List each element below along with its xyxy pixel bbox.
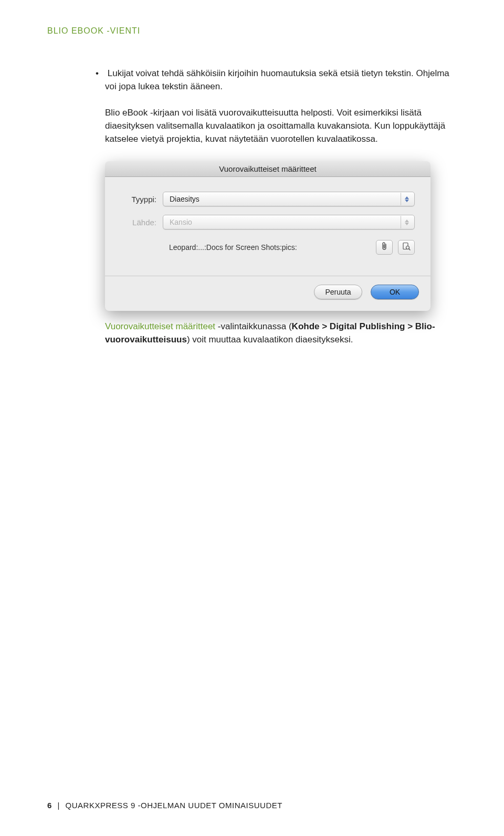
path-text: Leopard:...:Docs for Screen Shots:pics: bbox=[169, 243, 371, 252]
type-select-value: Diaesitys bbox=[170, 195, 200, 203]
interactive-attributes-dialog: Vuorovaikutteiset määritteet Tyyppi: Dia… bbox=[105, 161, 430, 311]
dialog-screenshot: Vuorovaikutteiset määritteet Tyyppi: Dia… bbox=[105, 161, 457, 311]
caption-text-1: -valintaikkunassa ( bbox=[215, 321, 292, 331]
page-footer: 6 | QUARKXPRESS 9 -OHJELMAN UUDET OMINAI… bbox=[47, 801, 282, 810]
body-paragraph: Blio eBook -kirjaan voi lisätä vuorovaik… bbox=[105, 107, 457, 145]
paperclip-icon bbox=[381, 242, 388, 253]
select-arrows-icon bbox=[401, 193, 412, 205]
footer-divider: | bbox=[58, 801, 60, 810]
bullet-text: Lukijat voivat tehdä sähköisiin kirjoihi… bbox=[105, 68, 449, 91]
source-label: Lähde: bbox=[121, 218, 163, 227]
bullet-marker: • bbox=[96, 67, 105, 80]
cancel-button-label: Peruuta bbox=[325, 288, 351, 296]
select-arrows-icon bbox=[401, 216, 412, 228]
page-number: 6 bbox=[47, 801, 52, 810]
figure-caption: Vuorovaikutteiset määritteet -valintaikk… bbox=[105, 320, 457, 346]
attach-button[interactable] bbox=[376, 240, 393, 255]
footer-title: QUARKXPRESS 9 -OHJELMAN UUDET OMINAISUUD… bbox=[66, 801, 282, 810]
svg-line-2 bbox=[409, 249, 410, 250]
cancel-button[interactable]: Peruuta bbox=[314, 285, 362, 299]
type-label: Tyyppi: bbox=[121, 195, 163, 204]
bullet-paragraph: • Lukijat voivat tehdä sähköisiin kirjoi… bbox=[105, 67, 457, 93]
source-select-value: Kansio bbox=[170, 218, 192, 226]
header-breadcrumb: BLIO EBOOK -VIENTI bbox=[47, 26, 457, 36]
caption-term: Vuorovaikutteiset määritteet bbox=[105, 321, 215, 331]
magnifier-page-icon bbox=[402, 242, 411, 253]
ok-button-label: OK bbox=[390, 288, 400, 296]
ok-button[interactable]: OK bbox=[371, 285, 419, 299]
dialog-title: Vuorovaikutteiset määritteet bbox=[105, 161, 430, 177]
browse-button[interactable] bbox=[398, 240, 415, 255]
type-select[interactable]: Diaesitys bbox=[163, 192, 415, 206]
source-select[interactable]: Kansio bbox=[163, 215, 415, 229]
caption-text-2: ) voit muuttaa kuvalaatikon diaesityksek… bbox=[187, 335, 353, 344]
